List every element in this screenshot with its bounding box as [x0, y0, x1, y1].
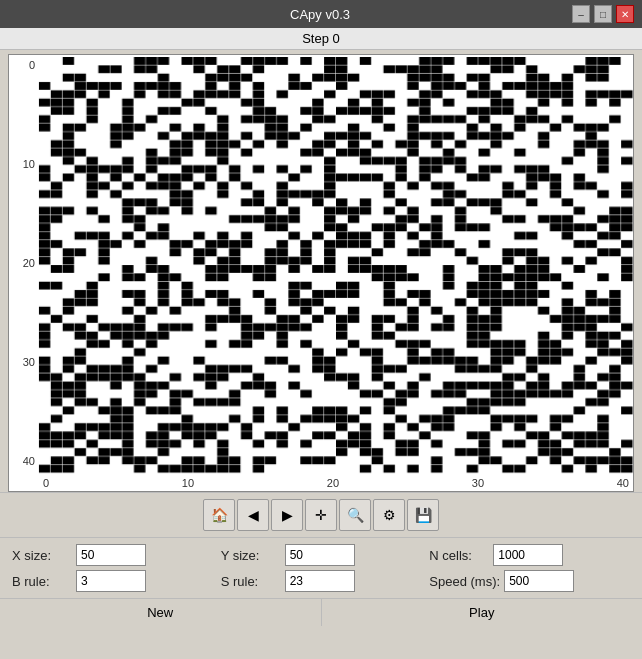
brule-control: B rule:: [12, 570, 213, 592]
cellular-automaton-canvas: [9, 55, 633, 491]
maximize-button[interactable]: □: [594, 5, 612, 23]
xsize-control: X size:: [12, 544, 213, 566]
y-label-40: 40: [9, 455, 39, 467]
xsize-input[interactable]: [76, 544, 146, 566]
speed-control: Speed (ms):: [429, 570, 630, 592]
controls-panel: X size: Y size: N cells: B rule: S rule:…: [0, 537, 642, 598]
bottom-buttons: New Play: [0, 598, 642, 626]
pan-button[interactable]: ✛: [305, 499, 337, 531]
x-axis: 0 10 20 30 40: [39, 477, 633, 489]
x-label-0: 0: [43, 477, 49, 489]
ysize-label: Y size:: [221, 548, 281, 563]
ncells-input[interactable]: [493, 544, 563, 566]
forward-button[interactable]: ▶: [271, 499, 303, 531]
xsize-label: X size:: [12, 548, 72, 563]
play-button[interactable]: Play: [322, 599, 643, 626]
home-button[interactable]: 🏠: [203, 499, 235, 531]
srule-input[interactable]: [285, 570, 355, 592]
x-label-10: 10: [182, 477, 194, 489]
save-button[interactable]: 💾: [407, 499, 439, 531]
step-label: Step 0: [0, 28, 642, 50]
y-label-10: 10: [9, 158, 39, 170]
y-axis: 0 10 20 30 40: [9, 55, 39, 471]
close-button[interactable]: ✕: [616, 5, 634, 23]
ncells-control: N cells:: [429, 544, 630, 566]
zoom-button[interactable]: 🔍: [339, 499, 371, 531]
back-button[interactable]: ◀: [237, 499, 269, 531]
ysize-control: Y size:: [221, 544, 422, 566]
ncells-label: N cells:: [429, 548, 489, 563]
brule-input[interactable]: [76, 570, 146, 592]
y-label-20: 20: [9, 257, 39, 269]
toolbar: 🏠 ◀ ▶ ✛ 🔍 ⚙ 💾: [0, 492, 642, 537]
minimize-button[interactable]: –: [572, 5, 590, 23]
title-bar: CApy v0.3 – □ ✕: [0, 0, 642, 28]
x-label-40: 40: [617, 477, 629, 489]
x-label-30: 30: [472, 477, 484, 489]
y-label-0: 0: [9, 59, 39, 71]
speed-label: Speed (ms):: [429, 574, 500, 589]
srule-label: S rule:: [221, 574, 281, 589]
brule-label: B rule:: [12, 574, 72, 589]
y-label-30: 30: [9, 356, 39, 368]
ysize-input[interactable]: [285, 544, 355, 566]
speed-input[interactable]: [504, 570, 574, 592]
settings-button[interactable]: ⚙: [373, 499, 405, 531]
window-title: CApy v0.3: [68, 7, 572, 22]
window-controls: – □ ✕: [572, 5, 634, 23]
x-label-20: 20: [327, 477, 339, 489]
ca-canvas-area: 0 10 20 30 40 0 10 20 30 40: [8, 54, 634, 492]
srule-control: S rule:: [221, 570, 422, 592]
new-button[interactable]: New: [0, 599, 322, 626]
